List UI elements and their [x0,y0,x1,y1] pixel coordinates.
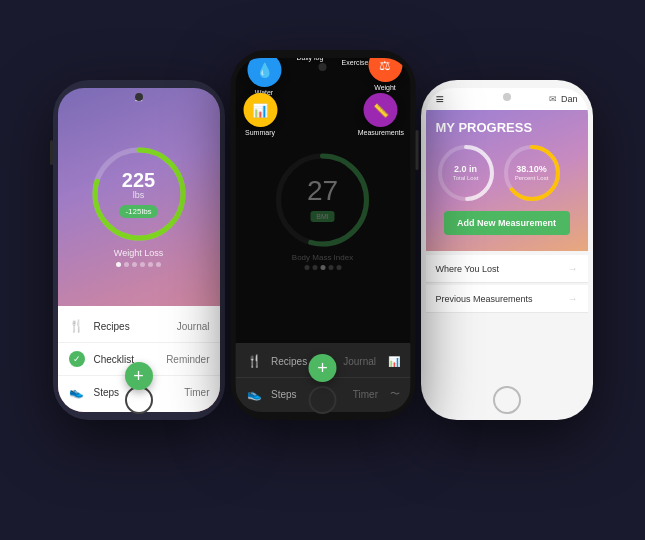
hamburger-icon-right[interactable]: ≡ [436,91,444,107]
dot-5 [148,262,153,267]
weight-badge: -125lbs [119,205,157,218]
status-name-right: Dan [561,94,578,104]
hero-area-right: MY PROGRESS 2.0 in Total Lost [426,110,588,251]
center-list-right-journal: Journal [343,356,376,367]
phone-center: ≡ Dan 27 BMI Body Mass Index [230,50,415,420]
where-lost-text: Where You Lost [436,264,568,274]
power-button [50,140,53,165]
total-lost-value: 2.0 in [453,165,479,175]
side-button-center [415,130,418,170]
fab-button-left[interactable]: + [125,362,153,390]
previous-measurements-text: Previous Measurements [436,294,568,304]
hero-area-left: 225 lbs -125lbs Weight Loss [58,108,220,306]
percent-lost-label: Percent Lost [515,175,549,181]
dot-6 [156,262,161,267]
add-measurement-button[interactable]: Add New Measurement [444,211,570,235]
center-list-right-timer: Timer [353,389,378,400]
right-list-item-where[interactable]: Where You Lost → [426,255,588,283]
dots-indicator-left [116,262,161,267]
total-lost-label: Total Lost [453,175,479,181]
screen-right-wrap: ≡ ✉ Dan MY PROGRESS [426,88,588,412]
camera-left [135,93,143,101]
phones-container: ≡ 225 lbs -125lbs Weight L [33,20,613,520]
list-item[interactable]: 🍴 Recipes Journal [58,310,220,343]
list-text-checklist: Checklist [94,354,159,365]
dot-1 [116,262,121,267]
weight-circle: 225 lbs -125lbs [89,144,189,244]
stat-percent-lost: 38.10% Percent Lost [502,143,562,203]
progress-title: MY PROGRESS [436,120,578,135]
recipes-icon: 🍴 [68,317,86,335]
list-right-reminder: Reminder [166,354,209,365]
list-text-recipes: Recipes [94,321,169,332]
list-right-journal: Journal [177,321,210,332]
steps-icon: 👟 [68,383,86,401]
screen-center-wrap: ≡ Dan 27 BMI Body Mass Index [235,58,410,412]
home-button-left[interactable] [125,386,153,414]
camera-center [319,63,327,71]
arrow-icon-1: → [568,263,578,274]
dot-2 [124,262,129,267]
dot-4 [140,262,145,267]
checklist-icon: ✓ [68,350,86,368]
weight-label: Weight Loss [114,248,163,258]
right-list-item-previous[interactable]: Previous Measurements → [426,285,588,313]
list-right-timer: Timer [184,387,209,398]
center-steps-icon: 👟 [245,385,263,403]
home-button-right[interactable] [493,386,521,414]
percent-lost-value: 38.10% [515,165,549,175]
center-recipes-icon: 🍴 [245,352,263,370]
home-button-center[interactable] [309,386,337,414]
stat-total-lost: 2.0 in Total Lost [436,143,496,203]
phone-right: ≡ ✉ Dan MY PROGRESS [421,80,593,420]
fab-button-center[interactable]: + [309,354,337,382]
weight-value: 225 [119,170,157,190]
phone-left: ≡ 225 lbs -125lbs Weight L [53,80,225,420]
camera-right [503,93,511,101]
dot-3 [132,262,137,267]
progress-stats: 2.0 in Total Lost 38.10% [436,143,578,203]
weight-unit: lbs [119,190,157,200]
arrow-icon-2: → [568,293,578,304]
